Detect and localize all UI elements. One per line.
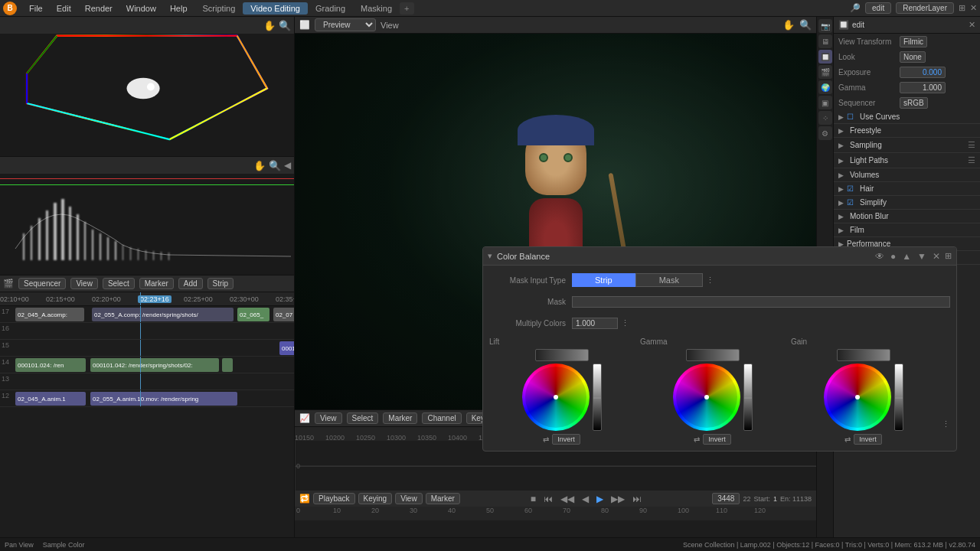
output-icon[interactable]: 🖥 <box>818 34 832 48</box>
engine-badge[interactable]: edit <box>865 2 891 14</box>
menu-file[interactable]: File <box>23 2 49 15</box>
preview-hand-icon[interactable]: ✋ <box>782 19 795 31</box>
clip-12-1[interactable]: 02_045_A.anim.1 <box>15 392 86 406</box>
gain-input-bar[interactable] <box>837 349 890 361</box>
object-icon[interactable]: ▣ <box>818 96 832 109</box>
seq-view[interactable]: View <box>70 278 98 289</box>
multiply-settings[interactable]: ⋮ <box>621 318 629 328</box>
gamma-input[interactable]: 1.000 <box>900 82 946 93</box>
exposure-input[interactable]: 0.000 <box>900 67 946 78</box>
cb-expand-icon[interactable]: ▾ <box>488 251 492 261</box>
clip-14-2[interactable]: 000101.042: /render/spring/shots/02: <box>90 358 219 372</box>
lift-wheel[interactable] <box>522 364 590 431</box>
view-btn[interactable]: View <box>395 493 423 504</box>
hair-check[interactable]: ☑ <box>847 184 854 193</box>
lift-input-bar[interactable] <box>535 349 589 361</box>
lift-strip[interactable] <box>593 364 602 431</box>
graph-view[interactable]: View <box>315 412 342 424</box>
clip-12-2[interactable]: 02_055_A.anim.10.mov: /render/spring <box>90 392 237 406</box>
cb-right-icon[interactable]: ⊞ <box>945 251 952 261</box>
film-header[interactable]: ▶ Film <box>834 223 980 236</box>
sampling-header[interactable]: ▶ Sampling ☰ <box>834 138 980 152</box>
sequencer-mode[interactable]: Sequencer <box>18 278 66 289</box>
sampling-menu-icon[interactable]: ☰ <box>968 140 975 150</box>
seq-add[interactable]: Add <box>178 278 203 289</box>
view-layer-icon[interactable]: 🔲 <box>818 50 832 64</box>
preview-zoom-icon[interactable]: 🔍 <box>799 19 812 31</box>
strip-btn[interactable]: Strip <box>572 273 635 287</box>
graph-select[interactable]: Select <box>347 412 379 424</box>
seq-marker[interactable]: Marker <box>139 278 174 289</box>
tab-grading[interactable]: Grading <box>308 2 353 15</box>
zoom-icon-2[interactable]: 🔍 <box>269 160 281 171</box>
clip-17-4[interactable]: 02_07 <box>273 308 294 321</box>
step-back-btn[interactable]: ◀◀ <box>558 494 577 504</box>
hair-header[interactable]: ▶ ☑ Hair <box>834 182 980 195</box>
mask-input[interactable] <box>572 296 950 308</box>
particles-icon[interactable]: ⁘ <box>818 111 832 125</box>
menu-help[interactable]: Help <box>164 2 194 15</box>
next-keyframe-btn[interactable]: ⏭ <box>630 494 644 504</box>
cb-eye-btn[interactable]: 👁 <box>874 251 886 262</box>
gamma-wheel[interactable] <box>673 364 740 431</box>
simplify-header[interactable]: ▶ ☑ Simplify <box>834 196 980 209</box>
tab-masking[interactable]: Masking <box>353 2 400 15</box>
look-value[interactable]: None <box>900 51 926 63</box>
play-btn[interactable]: ▶ <box>594 494 606 504</box>
volumes-header[interactable]: ▶ Volumes <box>834 168 980 181</box>
right-panel-close[interactable]: ✕ <box>969 20 975 30</box>
prev-keyframe-btn[interactable]: ⏮ <box>541 494 555 504</box>
world-icon[interactable]: 🌍 <box>818 80 832 94</box>
menu-edit[interactable]: Edit <box>51 2 77 15</box>
hand-icon-2[interactable]: ✋ <box>253 160 266 171</box>
clip-17-3[interactable]: 02_065_ <box>237 308 270 321</box>
add-workspace-button[interactable]: + <box>400 2 413 15</box>
cb-up-btn[interactable]: ▲ <box>900 251 913 262</box>
motion-blur-header[interactable]: ▶ Motion Blur <box>834 210 980 223</box>
cb-dot-btn[interactable]: ● <box>889 251 897 262</box>
collapse-icon[interactable]: ◀ <box>284 160 291 171</box>
lift-invert-btn[interactable]: Invert <box>552 434 580 445</box>
tab-scripting[interactable]: Scripting <box>195 2 243 15</box>
marker-btn[interactable]: Marker <box>426 493 460 504</box>
render-icon[interactable]: 📷 <box>818 19 832 33</box>
preview-selector[interactable]: Preview <box>315 18 376 31</box>
cb-settings-icon[interactable]: ⋮ <box>706 276 714 285</box>
gain-strip[interactable] <box>894 364 903 431</box>
use-curves-header[interactable]: ▶ ☐ Use Curves <box>834 110 980 123</box>
menu-render[interactable]: Render <box>79 2 119 15</box>
keying-btn[interactable]: Keying <box>358 493 393 504</box>
tab-video-editing[interactable]: Video Editing <box>243 2 308 15</box>
view-transform-value[interactable]: Filmic <box>900 36 927 47</box>
clip-17-1[interactable]: 02_045_A.acomp: <box>15 308 84 321</box>
light-paths-header[interactable]: ▶ Light Paths ☰ <box>834 153 980 168</box>
gain-invert-btn[interactable]: Invert <box>854 434 882 445</box>
stop-btn[interactable]: ■ <box>528 494 538 504</box>
play-back-btn[interactable]: ◀ <box>580 494 591 504</box>
graph-marker[interactable]: Marker <box>383 412 417 424</box>
menu-window[interactable]: Window <box>120 2 162 15</box>
physics-icon[interactable]: ⚙ <box>818 126 832 140</box>
close-icon[interactable]: ✕ <box>970 3 977 13</box>
cb-down-btn[interactable]: ▼ <box>916 251 928 262</box>
gamma-invert-btn[interactable]: Invert <box>703 434 731 445</box>
cb-side-menu[interactable]: ⋮ <box>942 419 950 429</box>
render-layer-badge[interactable]: RenderLayer <box>896 2 954 14</box>
sequencer-value[interactable]: sRGB <box>900 97 928 109</box>
mask-btn[interactable]: Mask <box>635 273 703 287</box>
clip-14-1[interactable]: 000101.024: /ren <box>15 358 86 372</box>
step-forward-btn[interactable]: ▶▶ <box>609 494 627 504</box>
gain-wheel[interactable] <box>824 364 891 431</box>
seq-select[interactable]: Select <box>103 278 135 289</box>
freestyle-header[interactable]: ▶ Freestyle <box>834 124 980 137</box>
gamma-strip[interactable] <box>743 364 753 431</box>
clip-14-3[interactable] <box>222 358 233 372</box>
light-paths-menu-icon[interactable]: ☰ <box>968 155 975 165</box>
scene-icon[interactable]: 🎬 <box>818 65 832 79</box>
clip-17-2[interactable]: 02_055_A.comp: /render/spring/shots/ <box>92 308 234 321</box>
clip-15-1[interactable]: 00010 <box>279 341 294 355</box>
seq-strip[interactable]: Strip <box>207 278 234 289</box>
cb-close-btn[interactable]: ✕ <box>931 251 942 262</box>
simplify-check[interactable]: ☑ <box>847 198 854 207</box>
gamma-input-bar[interactable] <box>686 349 740 361</box>
